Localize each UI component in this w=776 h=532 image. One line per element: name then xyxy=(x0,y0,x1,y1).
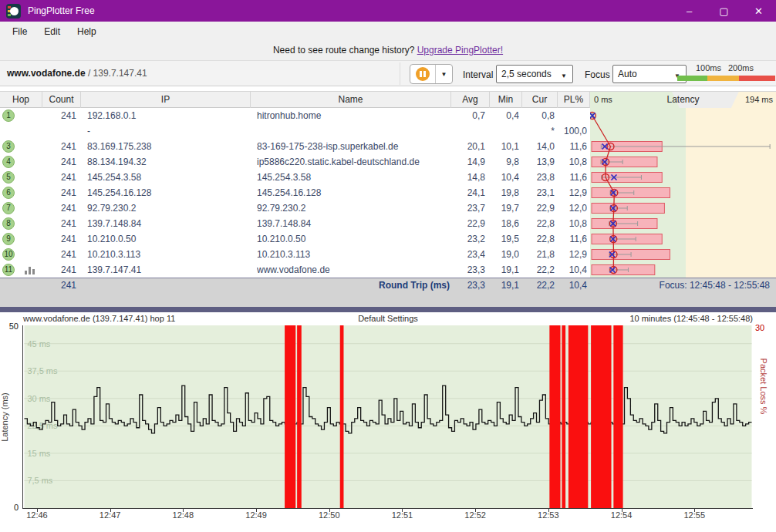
cell-avg: 0,7 xyxy=(451,108,485,123)
cell-avg: 23,7 xyxy=(451,200,485,216)
cell-count: 241 xyxy=(42,139,76,154)
app-icon xyxy=(6,4,21,19)
hop-latency-graph xyxy=(590,108,776,278)
cell-pl: 11,6 xyxy=(558,231,587,247)
cell-avg: 23,4 xyxy=(451,247,485,262)
bar-chart-icon xyxy=(25,266,37,274)
latency-time-plot[interactable]: 45 ms37,5 ms30 ms22,5 ms15 ms7,5 ms xyxy=(22,325,753,509)
title-bar: PingPlotter Free – ▢ ✕ xyxy=(0,0,776,22)
hop-number-badge: 1 xyxy=(2,109,15,122)
col-hop[interactable]: Hop xyxy=(0,92,42,109)
cell-name: 92.79.230.2 xyxy=(257,200,450,216)
hop-number-badge: 9 xyxy=(2,233,15,245)
menu-item-file[interactable]: File xyxy=(4,23,35,40)
cell-avg: 14,8 xyxy=(451,170,485,185)
cell-cur: 22,9 xyxy=(522,200,555,216)
svg-text:30 ms: 30 ms xyxy=(27,394,50,403)
latency-color-legend: 100ms 200ms xyxy=(677,63,775,85)
cell-ip: 92.79.230.2 xyxy=(87,200,249,216)
cell-min: 19,5 xyxy=(490,231,519,247)
col-min[interactable]: Min xyxy=(490,92,522,109)
window-title: PingPlotter Free xyxy=(28,5,95,16)
summary-avg: 23,3 xyxy=(451,279,485,292)
cell-cur: * xyxy=(522,123,555,139)
legend-100ms: 100ms xyxy=(696,63,721,72)
cell-min xyxy=(490,123,519,139)
cell-avg: 22,9 xyxy=(451,216,485,231)
summary-count: 241 xyxy=(42,279,76,292)
cell-count: 241 xyxy=(42,108,76,123)
menu-item-edit[interactable]: Edit xyxy=(35,23,69,40)
pause-button[interactable]: ▼ xyxy=(410,64,453,84)
cell-pl: 11,6 xyxy=(558,139,587,154)
cell-count: 241 xyxy=(42,231,76,247)
cell-min: 19,7 xyxy=(490,200,519,216)
splitter-bar[interactable] xyxy=(0,307,776,312)
menu-bar: FileEditHelp xyxy=(0,22,776,42)
cell-ip: - xyxy=(87,123,249,139)
pause-dropdown-caret-icon[interactable]: ▼ xyxy=(436,65,452,83)
hop-number-badge: 10 xyxy=(2,248,15,261)
cell-name: 83-169-175-238-isp.superkabel.de xyxy=(257,139,450,154)
y-axis-min: 0 xyxy=(2,503,19,512)
cell-name: www.vodafone.de xyxy=(257,262,450,278)
col-ip[interactable]: IP xyxy=(81,92,251,109)
cell-count: 241 xyxy=(42,185,76,200)
svg-text:37,5 ms: 37,5 ms xyxy=(27,366,57,375)
col-name[interactable]: Name xyxy=(251,92,451,109)
interval-select[interactable]: 2,5 seconds▼ xyxy=(496,65,573,83)
hop-table-body: 1241192.168.0.1hitronhub.home0,70,40,8-*… xyxy=(0,108,776,278)
col-pl[interactable]: PL% xyxy=(558,92,590,109)
focus-select[interactable]: Auto▼ xyxy=(612,65,687,83)
upgrade-text: Need to see route change history? xyxy=(273,45,417,56)
summary-cur: 22,2 xyxy=(522,279,555,292)
cell-ip: 83.169.175.238 xyxy=(87,139,249,154)
scale-max-label: 194 ms xyxy=(745,92,773,108)
summary-min: 19,1 xyxy=(490,279,519,292)
cell-count: 241 xyxy=(42,247,76,262)
cell-name: 10.210.3.113 xyxy=(257,247,450,262)
cell-ip: 10.210.3.113 xyxy=(87,247,249,262)
pause-icon xyxy=(416,67,430,81)
cell-cur: 22,2 xyxy=(522,262,555,278)
upgrade-link[interactable]: Upgrade PingPlotter! xyxy=(417,45,503,56)
cell-ip: 139.7.148.84 xyxy=(87,216,249,231)
cell-ip: 88.134.194.32 xyxy=(87,154,249,170)
legend-200ms: 200ms xyxy=(728,63,754,72)
graph-title-range: 10 minutes (12:45:48 - 12:55:48) xyxy=(629,314,753,323)
minimize-button[interactable]: – xyxy=(672,0,707,22)
cell-min: 19,8 xyxy=(490,185,519,200)
menu-item-help[interactable]: Help xyxy=(69,23,105,40)
cell-pl: 10,4 xyxy=(558,262,587,278)
hop-number-badge: 4 xyxy=(2,156,15,168)
target-address[interactable]: www.vodafone.de / 139.7.147.41 xyxy=(7,68,147,79)
y-axis-label: Latency (ms) xyxy=(0,380,9,454)
col-avg[interactable]: Avg xyxy=(451,92,490,109)
cell-avg: 23,2 xyxy=(451,231,485,247)
cell-pl xyxy=(558,108,587,123)
close-button[interactable]: ✕ xyxy=(741,0,776,22)
col-count[interactable]: Count xyxy=(42,92,81,109)
cell-cur: 13,9 xyxy=(522,154,555,170)
cell-pl: 12,9 xyxy=(558,247,587,262)
y2-axis-max: 30 xyxy=(755,323,764,332)
col-cur[interactable]: Cur xyxy=(522,92,558,109)
cell-pl: 11,6 xyxy=(558,170,587,185)
cell-pl: 10,8 xyxy=(558,154,587,170)
cell-avg: 24,1 xyxy=(451,185,485,200)
cell-pl: 100,0 xyxy=(558,123,587,139)
cell-count: 241 xyxy=(42,200,76,216)
cell-count: 241 xyxy=(42,262,76,278)
focus-label: Focus xyxy=(585,69,610,80)
maximize-button[interactable]: ▢ xyxy=(707,0,741,22)
cell-count: 241 xyxy=(42,216,76,231)
cell-pl: 10,8 xyxy=(558,216,587,231)
cell-min: 19,1 xyxy=(490,262,519,278)
summary-bar: 241 Round Trip (ms) 23,3 19,1 22,2 10,4 … xyxy=(0,278,776,307)
cell-count: 241 xyxy=(42,170,76,185)
interval-label: Interval xyxy=(463,69,493,80)
cell-name xyxy=(257,123,450,139)
cell-ip: 10.210.0.50 xyxy=(87,231,249,247)
cell-pl: 12,9 xyxy=(558,185,587,200)
hop-number-badge: 8 xyxy=(2,217,15,230)
